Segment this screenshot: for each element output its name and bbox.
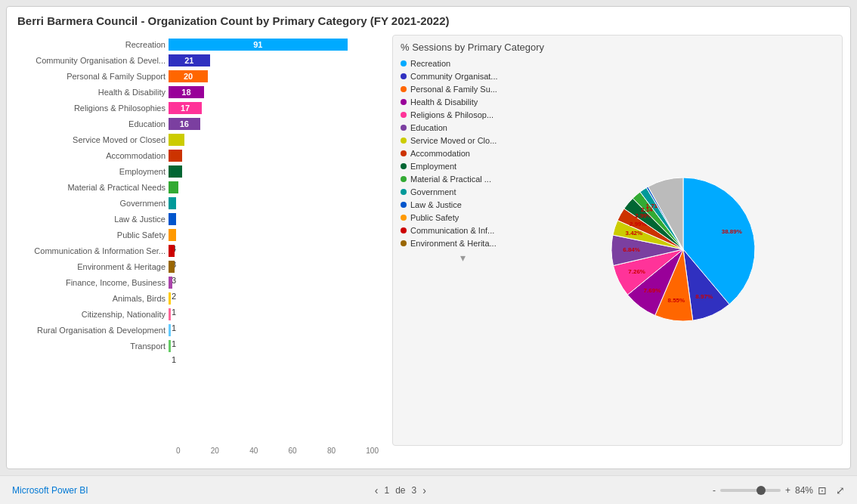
bar-fill[interactable]: 20: [169, 70, 208, 82]
x-axis-label: 20: [211, 447, 219, 455]
bar-row: Citizenship, Nationality1: [14, 308, 385, 321]
bar-fill[interactable]: [169, 292, 171, 305]
legend-item: Communication & Inf...: [401, 226, 525, 235]
legend-dot: [401, 138, 407, 144]
pie-label: 8.55%: [667, 296, 685, 303]
bar-track: 5: [169, 181, 385, 193]
bar-row: Animals, Birds1: [14, 292, 385, 305]
bar-fill[interactable]: [169, 134, 184, 146]
legend-item: Service Moved or Clo...: [401, 136, 525, 145]
bar-label: Finance, Income, Business: [14, 278, 166, 287]
legend-item: Education: [401, 123, 525, 132]
bar-row: Personal & Family Support20: [14, 70, 385, 83]
legend-dot: [401, 99, 407, 105]
chart-title: Berri Barmera Council - Organization Cou…: [7, 7, 850, 32]
legend-item: Community Organisat...: [401, 72, 525, 81]
bar-fill[interactable]: [169, 229, 176, 241]
bar-value-label: 18: [181, 88, 190, 97]
bar-label: Community Organisation & Devel...: [14, 56, 166, 65]
bar-fill[interactable]: [169, 181, 178, 193]
bar-row: Law & Justice4: [14, 212, 385, 226]
bar-label: Citizenship, Nationality: [14, 310, 166, 319]
bar-fill[interactable]: [169, 245, 175, 257]
legend-item: Employment: [401, 162, 525, 171]
bar-label: Accommodation: [14, 151, 166, 160]
bar-value-label: 20: [184, 72, 193, 81]
bar-fill[interactable]: [169, 308, 171, 320]
bar-fill[interactable]: 91: [169, 39, 348, 51]
legend-dot: [401, 125, 407, 131]
bar-label: Government: [14, 199, 166, 208]
expand-icon[interactable]: ⤢: [836, 484, 845, 496]
bar-fill[interactable]: [169, 165, 182, 178]
bar-fill[interactable]: 18: [169, 86, 204, 98]
zoom-minus[interactable]: -: [713, 485, 716, 496]
legend-label: Communication & Inf...: [410, 226, 494, 235]
bar-track: 1: [169, 324, 385, 336]
legend-dot: [401, 112, 407, 118]
zoom-slider[interactable]: [720, 489, 781, 492]
bar-fill[interactable]: [169, 261, 175, 273]
bar-track: 8: [169, 134, 385, 146]
pie-legend: RecreationCommunity Organisat...Personal…: [401, 59, 525, 439]
bar-track: 20: [169, 70, 385, 82]
legend-dot: [401, 73, 407, 79]
pie-label: 8.97%: [695, 292, 713, 299]
legend-dot: [401, 86, 407, 92]
bar-track: 17: [169, 102, 385, 114]
legend-label: Accommodation: [410, 149, 470, 158]
pie-svg-area: 38.89%8.97%8.55%7.69%7.26%6.84%3.42%2.99…: [531, 59, 834, 439]
legend-label: Religions & Philosop...: [410, 110, 493, 119]
bar-label: Public Safety: [14, 230, 166, 240]
bar-value-label: 1: [172, 355, 176, 364]
bar-row: Education16: [14, 117, 385, 131]
bar-label: Religions & Philosophies: [14, 104, 166, 113]
bar-row: Employment7: [14, 165, 385, 178]
powerbi-link[interactable]: Microsoft Power BI: [12, 485, 88, 496]
fit-icon[interactable]: ⊡: [818, 484, 827, 496]
bar-fill[interactable]: 17: [169, 102, 202, 114]
bar-row: Finance, Income, Business2: [14, 276, 385, 289]
bar-fill[interactable]: [169, 150, 182, 162]
zoom-level: 84%: [795, 485, 813, 496]
bar-fill[interactable]: 16: [169, 118, 200, 130]
bar-fill[interactable]: [169, 340, 171, 352]
bar-value-label: 91: [253, 40, 262, 49]
zoom-thumb: [756, 486, 766, 495]
legend-label: Public Safety: [410, 213, 459, 222]
bar-fill[interactable]: [169, 324, 171, 336]
bar-row: Recreation91: [14, 38, 385, 51]
bar-fill[interactable]: [169, 213, 176, 225]
legend-item: Personal & Family Su...: [401, 85, 525, 94]
bar-row: Environment & Heritage3: [14, 260, 385, 274]
bar-row: Service Moved or Closed8: [14, 133, 385, 147]
prev-page-button[interactable]: ‹: [375, 484, 379, 496]
legend-scroll-indicator[interactable]: ▾: [401, 252, 525, 264]
legend-label: Service Moved or Clo...: [410, 136, 497, 145]
main-card: Berri Barmera Council - Organization Cou…: [6, 6, 851, 469]
bar-fill[interactable]: [169, 197, 176, 209]
bar-track: 4: [169, 197, 385, 209]
legend-dot: [401, 189, 407, 195]
bar-row: Government4: [14, 196, 385, 210]
bar-track: 1: [169, 340, 385, 352]
next-page-button[interactable]: ›: [422, 484, 426, 496]
legend-label: Recreation: [410, 59, 450, 68]
bar-track: 21: [169, 54, 385, 66]
bar-track: 7: [169, 165, 385, 178]
pie-label: 6.84%: [623, 246, 640, 253]
legend-item: Law & Justice: [401, 200, 525, 209]
bar-row: Rural Organisation & Development1: [14, 323, 385, 337]
bar-row: Public Safety4: [14, 228, 385, 242]
legend-label: Employment: [410, 162, 456, 171]
bottom-bar: Microsoft Power BI ‹ 1 de 3 › - + 84% ⊡ …: [0, 475, 857, 504]
bar-fill[interactable]: 21: [169, 54, 210, 66]
bar-value-label: 16: [180, 119, 189, 128]
legend-dot: [401, 176, 407, 182]
zoom-plus[interactable]: +: [785, 485, 790, 496]
legend-dot: [401, 150, 407, 156]
legend-item: Recreation: [401, 59, 525, 68]
pagination: ‹ 1 de 3 ›: [375, 484, 426, 496]
bar-label: Education: [14, 119, 166, 128]
bar-fill[interactable]: [169, 277, 172, 289]
